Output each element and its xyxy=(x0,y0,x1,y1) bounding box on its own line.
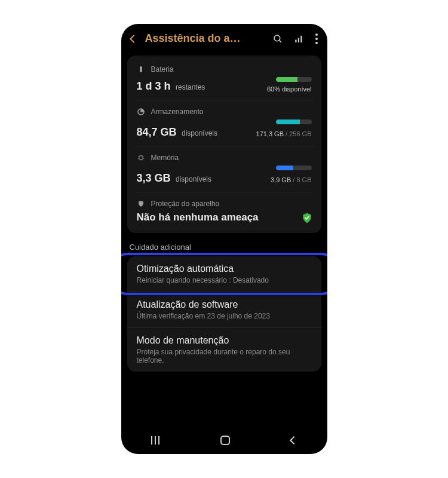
auto-optimization-item[interactable]: Otimização automática Reiniciar quando n… xyxy=(127,256,321,292)
auto-optimization-subtitle: Reiniciar quando necessário : Desativado xyxy=(137,276,312,284)
memory-suffix: disponíveis xyxy=(176,175,211,183)
storage-icon xyxy=(137,108,145,116)
header-actions xyxy=(272,33,318,44)
content-area: Bateria 1 d 3 h restantes 60% disponível xyxy=(121,51,327,427)
battery-label: Bateria xyxy=(151,65,174,73)
shield-icon xyxy=(137,200,145,208)
memory-bar xyxy=(276,166,312,170)
nav-recents-icon[interactable] xyxy=(151,436,159,445)
back-icon[interactable] xyxy=(129,34,137,42)
software-update-subtitle: Última verificação em 23 de julho de 202… xyxy=(137,312,312,320)
section-header: Cuidado adicional xyxy=(130,243,319,252)
status-card: Bateria 1 d 3 h restantes 60% disponível xyxy=(127,56,321,233)
svg-rect-4 xyxy=(300,35,302,42)
page-title: Assistência do a… xyxy=(145,32,264,45)
battery-row[interactable]: Bateria 1 d 3 h restantes 60% disponível xyxy=(136,58,313,100)
search-icon[interactable] xyxy=(272,33,283,44)
auto-optimization-title: Otimização automática xyxy=(137,263,312,274)
storage-bar xyxy=(276,120,312,124)
svg-rect-8 xyxy=(140,67,142,72)
memory-total: / 8 GB xyxy=(291,176,311,183)
device-frame: Assistência do a… Bateria xyxy=(121,24,327,454)
memory-row[interactable]: Memória 3,3 GB disponíveis 3,9 GB / 8 GB xyxy=(136,146,313,192)
memory-used: 3,9 GB xyxy=(271,176,291,183)
battery-bar-fill xyxy=(276,77,297,82)
maintenance-mode-item[interactable]: Modo de manutenção Proteja sua privacida… xyxy=(127,327,321,372)
storage-suffix: disponíveis xyxy=(182,129,217,137)
battery-value: 1 d 3 h xyxy=(137,80,171,92)
more-icon[interactable] xyxy=(315,33,318,44)
battery-suffix: restantes xyxy=(176,83,205,91)
storage-total: / 256 GB xyxy=(284,130,311,137)
additional-care-card: Otimização automática Reiniciar quando n… xyxy=(127,256,321,372)
protection-row[interactable]: Proteção do aparelho Não há nenhuma amea… xyxy=(136,192,313,231)
signal-bars-icon[interactable] xyxy=(294,33,305,44)
battery-percent: 60% disponível xyxy=(267,85,312,93)
system-navbar xyxy=(121,427,327,454)
svg-point-0 xyxy=(274,35,280,41)
svg-line-1 xyxy=(279,40,281,42)
svg-point-5 xyxy=(315,33,318,36)
svg-point-6 xyxy=(315,38,318,40)
maintenance-mode-title: Modo de manutenção xyxy=(137,335,312,346)
storage-bar-fill xyxy=(276,120,300,124)
svg-rect-9 xyxy=(140,66,142,68)
nav-home-icon[interactable] xyxy=(220,436,230,445)
svg-rect-10 xyxy=(139,156,143,160)
nav-back-icon[interactable] xyxy=(290,436,298,445)
svg-point-7 xyxy=(315,42,318,44)
maintenance-mode-subtitle: Proteja sua privacidade durante o reparo… xyxy=(137,348,312,364)
storage-label: Armazenamento xyxy=(151,108,204,116)
memory-icon xyxy=(137,154,145,162)
protection-label: Proteção do aparelho xyxy=(151,200,220,208)
app-header: Assistência do a… xyxy=(121,24,327,51)
battery-bar xyxy=(276,77,312,82)
battery-icon xyxy=(137,65,145,73)
storage-row[interactable]: Armazenamento 84,7 GB disponíveis 171,3 … xyxy=(136,100,313,146)
svg-rect-2 xyxy=(295,39,296,42)
memory-label: Memória xyxy=(151,154,179,162)
svg-rect-3 xyxy=(297,38,299,42)
memory-value: 3,3 GB xyxy=(137,172,171,184)
software-update-title: Atualização de software xyxy=(137,299,312,310)
memory-bar-fill xyxy=(276,166,293,170)
software-update-item[interactable]: Atualização de software Última verificaç… xyxy=(127,292,321,327)
storage-value: 84,7 GB xyxy=(137,126,177,138)
protection-status: Não há nenhuma ameaça xyxy=(137,212,259,223)
storage-used: 171,3 GB xyxy=(256,130,284,137)
shield-check-icon xyxy=(301,212,312,223)
